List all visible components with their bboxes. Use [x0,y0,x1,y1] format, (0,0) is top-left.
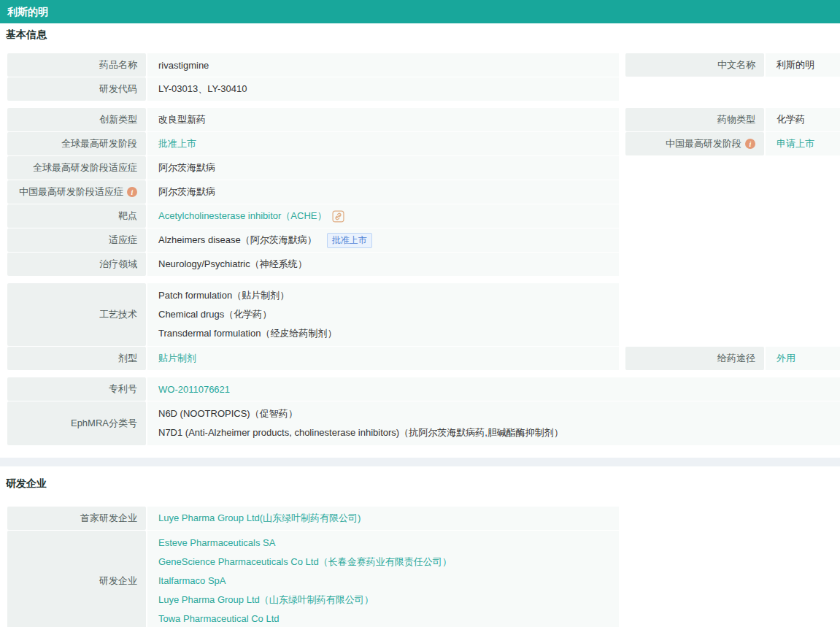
cn-name-label: 中文名称 [625,53,764,77]
row-china-stage: 中国最高研发阶段 i 申请上市 [625,132,840,155]
approval-status-badge[interactable]: 批准上市 [327,233,372,248]
rd-companies-section: 首家研发企业 Luye Pharma Group Ltd(山东绿叶制药有限公司)… [0,507,840,627]
drug-name-value: rivastigmine [158,60,209,71]
first-company-label: 首家研发企业 [7,507,146,530]
innovation-type-value: 改良型新药 [158,113,206,126]
company-link[interactable]: Esteve Pharmaceuticals SA [158,537,275,548]
rd-code-value: LY-03013、LY-30410 [158,82,247,96]
dosage-form-link[interactable]: 贴片制剂 [158,352,196,365]
china-stage-indication-value: 阿尔茨海默病 [158,185,215,199]
row-target: 靶点 Acetylcholinesterase inhibitor（ACHE） [7,204,619,228]
company-link[interactable]: Italfarmaco SpA [158,575,226,586]
therapy-area-value: Neurology/Psychiatric（神经系统） [158,258,307,271]
row-technology: 工艺技术 Patch formulation（贴片制剂） Chemical dr… [7,283,619,346]
row-drug-name: 药品名称 rivastigmine [7,53,619,77]
row-first-company: 首家研发企业 Luye Pharma Group Ltd(山东绿叶制药有限公司) [7,507,619,530]
patent-label: 专利号 [7,377,146,401]
technology-line: Transdermal formulation（经皮给药制剂） [158,324,612,343]
row-therapy-area: 治疗领域 Neurology/Psychiatric（神经系统） [7,253,619,276]
row-indication: 适应症 Alzheimers disease（阿尔茨海默病） 批准上市 [7,228,619,252]
global-stage-indication-value: 阿尔茨海默病 [158,161,215,174]
china-stage-label: 中国最高研发阶段 [666,137,741,150]
target-label: 靶点 [7,204,146,228]
row-dosage-form: 剂型 贴片制剂 [7,347,619,370]
row-global-stage-indication: 全球最高研发阶段适应症 阿尔茨海默病 [7,156,619,180]
company-link[interactable]: GeneScience Pharmaceuticals Co Ltd（长春金赛药… [158,556,452,567]
row-cn-name: 中文名称 利斯的明 [625,53,840,77]
admin-route-link[interactable]: 外用 [777,352,795,365]
target-link[interactable]: Acetylcholinesterase inhibitor（ACHE） [158,209,326,223]
indication-label: 适应症 [7,228,146,252]
ephmra-line: N6D (NOOTROPICS)（促智药） [158,404,833,423]
cn-name-value: 利斯的明 [777,58,814,72]
row-china-stage-indication: 中国最高研发阶段适应症 i 阿尔茨海默病 [7,180,619,204]
info-icon[interactable]: i [127,187,137,197]
indication-value: Alzheimers disease（阿尔茨海默病） [158,234,317,247]
page-header-bar: 利斯的明 [0,0,840,23]
global-stage-link[interactable]: 批准上市 [158,137,196,150]
ephmra-label: EphMRA分类号 [7,401,146,445]
dosage-form-label: 剂型 [7,347,146,370]
row-global-stage: 全球最高研发阶段 批准上市 [7,132,619,155]
drug-type-label: 药物类型 [625,108,764,131]
innovation-type-label: 创新类型 [7,108,146,131]
ephmra-line: N7D1 (Anti-Alzheimer products, cholinest… [158,423,833,442]
page-title: 利斯的明 [7,6,48,18]
global-stage-indication-label: 全球最高研发阶段适应症 [7,156,146,180]
china-stage-indication-label: 中国最高研发阶段适应症 [19,185,123,199]
section-divider [0,458,840,466]
external-link-icon[interactable] [332,210,344,223]
china-stage-link[interactable]: 申请上市 [777,137,814,150]
row-ephmra: EphMRA分类号 N6D (NOOTROPICS)（促智药） N7D1 (An… [7,401,840,445]
admin-route-label: 给药途径 [625,347,764,370]
rd-code-label: 研发代码 [7,77,146,101]
row-patent: 专利号 WO-2011076621 [7,377,840,401]
patent-link[interactable]: WO-2011076621 [158,384,230,395]
info-icon[interactable]: i [745,139,755,149]
row-companies: 研发企业 Esteve Pharmaceuticals SA GeneScien… [7,531,619,627]
companies-label: 研发企业 [7,531,146,627]
first-company-link[interactable]: Luye Pharma Group Ltd(山东绿叶制药有限公司) [158,512,361,525]
drug-type-value: 化学药 [777,113,805,126]
technology-line: Chemical drugs（化学药） [158,305,612,324]
row-admin-route: 给药途径 外用 [625,347,840,370]
company-link[interactable]: Towa Pharmaceutical Co Ltd [158,613,279,624]
basic-info-section: 药品名称 rivastigmine 中文名称 利斯的明 研发代码 LY-0301… [0,53,840,445]
row-drug-type: 药物类型 化学药 [625,108,840,131]
drug-name-label: 药品名称 [7,53,146,77]
section-heading-basic-info: 基本信息 [6,28,840,42]
row-innovation-type: 创新类型 改良型新药 [7,108,619,131]
company-link[interactable]: Luye Pharma Group Ltd（山东绿叶制药有限公司） [158,594,374,605]
row-rd-code: 研发代码 LY-03013、LY-30410 [7,77,619,101]
therapy-area-label: 治疗领域 [7,253,146,276]
global-stage-label: 全球最高研发阶段 [7,132,146,155]
technology-label: 工艺技术 [7,283,146,346]
technology-line: Patch formulation（贴片制剂） [158,286,612,305]
section-heading-rd-companies: 研发企业 [6,477,840,491]
